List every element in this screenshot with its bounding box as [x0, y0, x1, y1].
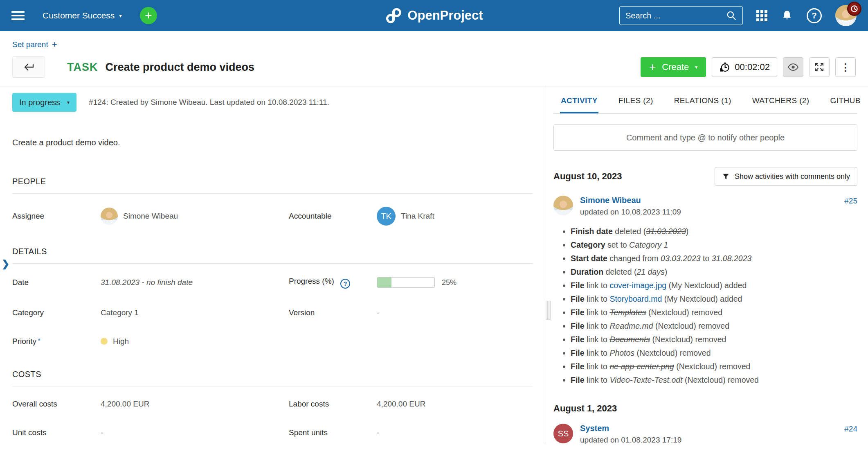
change-text-segment: deleted (	[613, 227, 646, 236]
filter-icon	[722, 173, 730, 181]
spent-units-value[interactable]: -	[377, 428, 533, 437]
file-link[interactable]: cover-image.jpg	[609, 281, 666, 290]
details-section: DETAILS Date 31.08.2023 - no finish date…	[12, 247, 533, 346]
plus-icon: +	[145, 9, 152, 22]
assignee-value[interactable]: Simone Wibeau	[101, 208, 289, 225]
change-text-segment: File	[571, 335, 585, 344]
activity-change-item: File link to Video-Texte-Test.odt (Nextc…	[571, 373, 857, 387]
unit-costs-value[interactable]: -	[101, 428, 289, 437]
priority-text: High	[113, 337, 129, 346]
change-text-segment: Category	[571, 240, 605, 249]
change-text-segment: File	[571, 348, 585, 357]
date-label: Date	[12, 278, 101, 287]
progress-help-icon[interactable]: ?	[340, 279, 350, 289]
timer-value: 00:02:02	[735, 62, 770, 72]
stopwatch-icon	[719, 62, 730, 73]
change-text-segment: (My Nextcloud) added	[662, 294, 742, 303]
work-package-type[interactable]: TASK	[67, 61, 98, 74]
status-dropdown[interactable]: In progress ▾	[12, 93, 76, 112]
set-parent-label: Set parent	[12, 40, 48, 49]
labor-costs-value: 4,200.00 EUR	[377, 400, 533, 409]
user-menu[interactable]	[835, 5, 857, 26]
activity-date-heading: August 1, 2023	[553, 403, 617, 414]
assignee-label: Assignee	[12, 212, 101, 221]
openproject-logo[interactable]: OpenProject	[385, 7, 483, 24]
people-section: PEOPLE Assignee Simone Wibeau Accountabl…	[12, 177, 533, 226]
description-text[interactable]: Create a product demo video.	[12, 138, 533, 147]
detail-tabs: ACTIVITYFILES (2)RELATIONS (1)WATCHERS (…	[553, 86, 857, 114]
collapse-panel-chevron-icon[interactable]: ❯	[2, 258, 9, 269]
work-package-title-row: TASK Create product demo videos + Create…	[12, 56, 856, 86]
running-timer-badge[interactable]	[847, 2, 861, 16]
change-text-segment: link to	[585, 281, 610, 290]
activity-entry: Simone Wibeauupdated on 10.08.2023 11:09…	[553, 196, 857, 387]
progress-value[interactable]: 25%	[377, 277, 533, 288]
activity-change-item: Category set to Category 1	[571, 238, 857, 252]
change-text-segment: link to	[585, 294, 610, 303]
tab-relations-1[interactable]: RELATIONS (1)	[673, 96, 732, 113]
chevron-down-icon: ▾	[695, 65, 697, 70]
kebab-icon: ⋮	[841, 61, 851, 73]
progress-label: Progress (%) ?	[289, 277, 377, 289]
top-bar-actions: ?	[619, 5, 857, 26]
watch-button[interactable]	[783, 57, 803, 77]
unit-costs-label: Unit costs	[12, 428, 101, 437]
global-search[interactable]	[619, 6, 743, 25]
progress-bar[interactable]	[377, 277, 435, 288]
change-text-segment: 31.08.2023	[712, 254, 752, 263]
costs-section-heading: COSTS	[12, 370, 533, 379]
change-text-segment: to	[701, 254, 712, 263]
activity-change-item: File link to cover-image.jpg (My Nextclo…	[571, 279, 857, 292]
accountable-name[interactable]: Tina Kraft	[401, 212, 434, 221]
file-link[interactable]: Storyboard.md	[609, 294, 662, 303]
tab-activity[interactable]: ACTIVITY	[560, 96, 598, 113]
activity-number-link[interactable]: #25	[844, 196, 857, 206]
comment-input[interactable]: Comment and type @ to notify other peopl…	[553, 124, 857, 151]
timer-button[interactable]: 00:02:02	[712, 57, 777, 77]
fullscreen-button[interactable]	[809, 57, 830, 77]
grid-icon	[756, 10, 767, 21]
people-section-heading: PEOPLE	[12, 177, 533, 186]
search-input[interactable]	[625, 11, 726, 20]
main-menu-toggle-icon[interactable]	[11, 11, 25, 20]
overall-costs-value: 4,200.00 EUR	[101, 400, 289, 409]
quick-add-button[interactable]: +	[140, 7, 157, 24]
back-button[interactable]	[12, 56, 45, 78]
activity-change-item: Finish date deleted (31.03.2023)	[571, 225, 857, 238]
activity-author-link[interactable]: System	[580, 424, 609, 433]
status-row: In progress ▾ #124: Created by Simone Wi…	[12, 93, 533, 112]
change-text-segment: 31.03.2023	[646, 227, 686, 236]
tab-watchers-2[interactable]: WATCHERS (2)	[751, 96, 810, 113]
help-button[interactable]: ?	[807, 8, 822, 23]
set-parent-link[interactable]: Set parent +	[12, 39, 57, 50]
modules-menu-button[interactable]	[756, 10, 767, 21]
date-value[interactable]: 31.08.2023 - no finish date	[101, 278, 289, 287]
search-icon[interactable]	[726, 10, 737, 21]
activity-change-item: File link to Storyboard.md (My Nextcloud…	[571, 292, 857, 306]
more-actions-button[interactable]: ⋮	[835, 57, 856, 77]
notifications-button[interactable]	[781, 9, 793, 22]
tab-github[interactable]: GITHUB	[830, 96, 861, 113]
activity-author-link[interactable]: Simone Wibeau	[580, 196, 641, 205]
project-selector[interactable]: Customer Success ▾	[43, 11, 122, 20]
page-title[interactable]: Create product demo videos	[106, 61, 255, 74]
activity-change-item: File link to Readme.md (Nextcloud) remov…	[571, 319, 857, 333]
panel-resize-handle[interactable]	[546, 301, 551, 320]
priority-value[interactable]: High	[101, 337, 289, 346]
expand-icon	[814, 62, 824, 72]
create-button[interactable]: + Create ▾	[641, 57, 706, 77]
accountable-avatar: TK	[377, 207, 396, 226]
assignee-name[interactable]: Simone Wibeau	[123, 212, 178, 221]
change-text-segment: (Nextcloud) removed	[646, 308, 722, 317]
tab-files-2[interactable]: FILES (2)	[618, 96, 654, 113]
activity-date-row: August 10, 2023Show activities with comm…	[553, 167, 857, 186]
change-text-segment: set to	[605, 240, 630, 249]
change-text-segment: Start date	[571, 254, 607, 263]
activity-number-link[interactable]: #24	[844, 425, 857, 434]
create-button-label: Create	[662, 62, 689, 72]
change-text-segment: File	[571, 375, 585, 384]
category-value[interactable]: Category 1	[101, 308, 289, 317]
version-value[interactable]: -	[377, 308, 533, 317]
accountable-value[interactable]: TK Tina Kraft	[377, 207, 533, 226]
filter-comments-button[interactable]: Show activities with comments only	[715, 167, 857, 186]
